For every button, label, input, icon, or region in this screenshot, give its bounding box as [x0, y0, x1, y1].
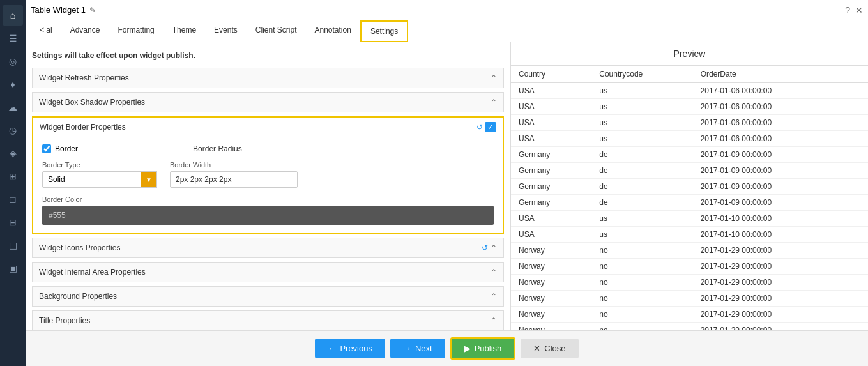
previous-label: Previous: [340, 344, 372, 353]
footer-bar: ← Previous → Next ▶ Publish ✕ Close: [26, 330, 868, 366]
tab-formatting[interactable]: Formatting: [109, 20, 163, 42]
section-internal-label: Widget Internal Area Properties: [39, 268, 146, 277]
tab-client-script[interactable]: Client Script: [247, 20, 306, 42]
sidebar-icon-widget[interactable]: ◈: [3, 143, 23, 164]
table-cell: Norway: [511, 307, 591, 323]
table-cell: USA: [511, 99, 591, 115]
section-refresh-chevron[interactable]: ⌃: [491, 73, 497, 82]
table-row: Norwayno2017-01-29 00:00:00: [511, 259, 868, 275]
table-cell-extra: [842, 307, 868, 323]
tab-settings[interactable]: Settings: [360, 20, 408, 42]
border-checkbox[interactable]: [42, 144, 51, 153]
table-cell: Norway: [511, 291, 591, 307]
border-type-group: Border Type Solid Dashed Dotted Double N…: [42, 161, 157, 188]
section-border-header[interactable]: Widget Border Properties ↺ ✓: [33, 118, 503, 137]
tab-events[interactable]: Events: [205, 20, 247, 42]
sidebar-icon-clock[interactable]: ◷: [3, 120, 23, 141]
section-internal-chevron[interactable]: ⌃: [491, 268, 497, 277]
border-type-select[interactable]: Solid Dashed Dotted Double None: [42, 171, 157, 188]
border-checkbox-label[interactable]: Border: [42, 144, 78, 153]
table-cell: 2017-01-06 00:00:00: [693, 83, 842, 99]
sidebar-icon-data[interactable]: ♦: [3, 74, 23, 95]
table-cell: 2017-01-29 00:00:00: [693, 307, 842, 323]
publish-play-icon: ▶: [464, 344, 471, 353]
sidebar-icon-list[interactable]: ⊟: [3, 212, 23, 233]
table-row: USAus2017-01-10 00:00:00: [511, 227, 868, 243]
tab-bar: < al Advance Formatting Theme Events Cli…: [26, 20, 868, 42]
section-icons-chevron[interactable]: ⌃: [491, 243, 497, 252]
previous-button[interactable]: ← Previous: [315, 339, 385, 358]
table-row: Germanyde2017-01-09 00:00:00: [511, 179, 868, 195]
table-row: Norwayno2017-01-29 00:00:00: [511, 275, 868, 291]
section-icons[interactable]: Widget Icons Properties ↺ ⌃: [32, 238, 504, 258]
close-x-icon: ✕: [533, 344, 540, 353]
sidebar-icon-table[interactable]: ▣: [3, 258, 23, 278]
table-row: USAus2017-01-10 00:00:00: [511, 211, 868, 227]
section-box-shadow-label: Widget Box Shadow Properties: [39, 98, 145, 107]
section-background[interactable]: Background Properties ⌃: [32, 286, 504, 307]
preview-table-container[interactable]: Country Countrycode OrderDate USAus2017-…: [511, 66, 868, 330]
table-cell: us: [591, 83, 692, 99]
edit-title-icon[interactable]: ✎: [89, 6, 96, 15]
table-row: Germanyde2017-01-09 00:00:00: [511, 147, 868, 163]
close-window-icon[interactable]: ✕: [855, 5, 863, 15]
section-shadow-chevron[interactable]: ⌃: [491, 98, 497, 107]
border-width-input[interactable]: [170, 171, 298, 188]
table-cell: de: [591, 179, 692, 195]
title-bar-left: Table Widget 1 ✎: [31, 5, 96, 15]
table-cell: USA: [511, 131, 591, 147]
table-cell-extra: [842, 163, 868, 179]
section-internal[interactable]: Widget Internal Area Properties ⌃: [32, 262, 504, 282]
section-box-shadow[interactable]: Widget Box Shadow Properties ⌃: [32, 92, 504, 112]
col-country: Country: [511, 66, 591, 83]
section-border-controls: ↺ ✓: [476, 123, 496, 132]
section-icons-controls: ↺ ⌃: [482, 243, 497, 252]
border-width-group: Border Width: [170, 161, 298, 188]
table-cell: 2017-01-09 00:00:00: [693, 195, 842, 211]
border-width-label: Border Width: [170, 161, 298, 169]
table-cell: USA: [511, 115, 591, 131]
section-background-chevron[interactable]: ⌃: [491, 292, 497, 301]
table-cell-extra: [842, 195, 868, 211]
tab-al[interactable]: < al: [31, 20, 61, 42]
table-cell: 2017-01-29 00:00:00: [693, 243, 842, 259]
sidebar-icon-chart[interactable]: ◎: [3, 51, 23, 72]
table-cell: 2017-01-09 00:00:00: [693, 147, 842, 163]
table-cell: us: [591, 99, 692, 115]
sidebar-icon-menu[interactable]: ☰: [3, 28, 23, 49]
table-cell: de: [591, 195, 692, 211]
section-icons-refresh[interactable]: ↺: [482, 243, 488, 252]
section-border-body: Border Border Radius Border Type Solid D…: [33, 137, 503, 233]
publish-button[interactable]: ▶ Publish: [450, 337, 516, 360]
help-icon[interactable]: ?: [845, 5, 850, 15]
border-color-input[interactable]: [42, 206, 494, 225]
col-countrycode: Countrycode: [591, 66, 692, 83]
table-cell: Germany: [511, 147, 591, 163]
section-border-refresh-icon[interactable]: ↺: [476, 123, 483, 132]
sidebar-icon-layout[interactable]: ◫: [3, 235, 23, 255]
table-cell: no: [591, 323, 692, 331]
table-cell-extra: [842, 243, 868, 259]
sidebar-icon-grid[interactable]: ⊞: [3, 166, 23, 187]
sidebar-icon-box[interactable]: ◻: [3, 189, 23, 210]
sidebar-icon-home[interactable]: ⌂: [3, 5, 23, 26]
table-cell: us: [591, 211, 692, 227]
next-button[interactable]: → Next: [390, 339, 445, 358]
tab-annotation[interactable]: Annotation: [305, 20, 360, 42]
section-title-props[interactable]: Title Properties ⌃: [32, 310, 504, 330]
section-widget-refresh[interactable]: Widget Refresh Properties ⌃: [32, 68, 504, 88]
close-button[interactable]: ✕ Close: [521, 339, 578, 358]
tab-advance[interactable]: Advance: [61, 20, 109, 42]
table-cell: 2017-01-10 00:00:00: [693, 211, 842, 227]
border-type-width-row: Border Type Solid Dashed Dotted Double N…: [42, 161, 494, 188]
table-row: Norwayno2017-01-29 00:00:00: [511, 323, 868, 331]
border-color-section: Border Color: [42, 195, 494, 225]
sidebar: ⌂ ☰ ◎ ♦ ☁ ◷ ◈ ⊞ ◻ ⊟ ◫ ▣: [0, 0, 26, 366]
preview-table: Country Countrycode OrderDate USAus2017-…: [511, 66, 868, 330]
tab-theme[interactable]: Theme: [164, 20, 205, 42]
sidebar-icon-cloud[interactable]: ☁: [3, 97, 23, 118]
border-radius-label: Border Radius: [193, 144, 242, 153]
table-cell-extra: [842, 275, 868, 291]
section-title-chevron[interactable]: ⌃: [491, 316, 497, 325]
section-border-chevron[interactable]: ✓: [485, 122, 496, 132]
